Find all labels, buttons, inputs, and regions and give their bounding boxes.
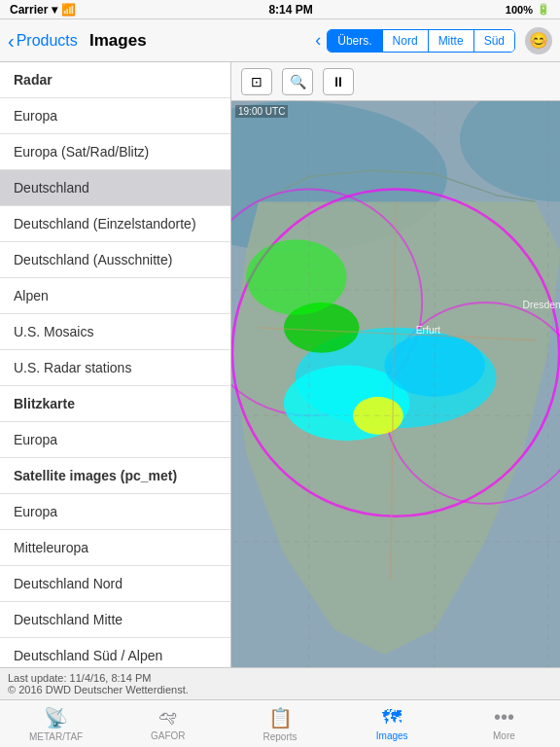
map-image: Erfurt Dresden 19:00 UTC	[231, 101, 560, 667]
toolbar: ⊡ 🔍 ⏸	[231, 62, 560, 101]
more-label: More	[493, 730, 515, 741]
sidebar-item-3[interactable]: Deutschland	[0, 170, 230, 206]
status-time: 8:14 PM	[268, 3, 312, 17]
status-left: Carrier ▾ 📶	[10, 3, 76, 17]
sidebar-item-1[interactable]: Europa	[0, 98, 230, 134]
gafor-label: GAFOR	[151, 730, 186, 741]
nav-chevron-left[interactable]: ‹	[315, 30, 321, 51]
update-line2: © 2016 DWD Deutscher Wetterdienst.	[8, 684, 552, 695]
battery-label: 100%	[506, 4, 533, 16]
zoom-button[interactable]: 🔍	[282, 68, 313, 95]
sidebar-item-14[interactable]: Deutschland Nord	[0, 566, 230, 602]
back-label: Products	[17, 32, 78, 50]
svg-point-10	[246, 239, 346, 315]
svg-text:Erfurt: Erfurt	[416, 325, 440, 336]
sidebar: RadarEuropaEuropa (Sat/Rad/Blitz)Deutsch…	[0, 62, 231, 667]
back-button[interactable]: ‹ Products	[8, 31, 86, 51]
status-right: 100% 🔋	[506, 3, 550, 16]
update-line1: Last update: 11/4/16, 8:14 PM	[8, 672, 552, 684]
nav-right-controls: ‹ Übers. Nord Mitte Süd 😊	[315, 27, 552, 54]
map-timestamp: 19:00 UTC	[235, 105, 288, 118]
segment-control: Übers. Nord Mitte Süd	[327, 29, 515, 53]
reports-label: Reports	[263, 731, 298, 742]
sidebar-item-9[interactable]: Blitzkarte	[0, 386, 230, 422]
nav-bar: ‹ Products Images ‹ Übers. Nord Mitte Sü…	[0, 19, 560, 62]
update-bar: Last update: 11/4/16, 8:14 PM © 2016 DWD…	[0, 667, 560, 699]
tab-more[interactable]: ••• More	[448, 702, 560, 745]
sidebar-item-8[interactable]: U.S. Radar stations	[0, 350, 230, 386]
fit-button[interactable]: ⊡	[241, 68, 272, 95]
main-content: RadarEuropaEuropa (Sat/Rad/Blitz)Deutsch…	[0, 62, 560, 667]
map-area[interactable]: Erfurt Dresden 19:00 UTC	[231, 101, 560, 667]
tab-bar: 📡 METAR/TAF 🛩 GAFOR 📋 Reports 🗺 Images •…	[0, 699, 560, 747]
seg-mitte[interactable]: Mitte	[429, 30, 474, 52]
wifi-icon: 📶	[61, 3, 76, 17]
right-panel: ⊡ 🔍 ⏸	[231, 62, 560, 667]
sidebar-item-4[interactable]: Deutschland (Einzelstandorte)	[0, 206, 230, 242]
sidebar-item-6[interactable]: Alpen	[0, 278, 230, 314]
signal-icon: ▾	[52, 3, 57, 17]
sidebar-item-10[interactable]: Europa	[0, 422, 230, 458]
images-icon: 🗺	[382, 706, 402, 729]
tab-reports[interactable]: 📋 Reports	[224, 702, 335, 746]
sidebar-item-16[interactable]: Deutschland Süd / Alpen	[0, 638, 230, 667]
seg-sud[interactable]: Süd	[474, 30, 514, 52]
battery-icon: 🔋	[537, 3, 550, 16]
sidebar-item-5[interactable]: Deutschland (Ausschnitte)	[0, 242, 230, 278]
tab-gafor[interactable]: 🛩 GAFOR	[112, 702, 224, 745]
sidebar-item-0[interactable]: Radar	[0, 62, 230, 98]
back-arrow-icon: ‹	[8, 31, 15, 51]
tab-images[interactable]: 🗺 Images	[336, 702, 448, 745]
user-avatar[interactable]: 😊	[525, 27, 552, 54]
svg-text:Dresden: Dresden	[523, 300, 560, 310]
pause-button[interactable]: ⏸	[323, 68, 354, 95]
sidebar-item-2[interactable]: Europa (Sat/Rad/Blitz)	[0, 134, 230, 170]
status-bar: Carrier ▾ 📶 8:14 PM 100% 🔋	[0, 0, 560, 19]
seg-ubers[interactable]: Übers.	[328, 30, 382, 52]
sidebar-item-11[interactable]: Satellite images (pc_met)	[0, 458, 230, 494]
more-icon: •••	[494, 706, 514, 729]
reports-icon: 📋	[268, 706, 293, 729]
sidebar-item-7[interactable]: U.S. Mosaics	[0, 314, 230, 350]
sidebar-item-12[interactable]: Europa	[0, 494, 230, 530]
sidebar-item-13[interactable]: Mitteleuropa	[0, 530, 230, 566]
nav-title: Images	[89, 31, 147, 51]
metar-label: METAR/TAF	[29, 731, 83, 742]
tab-metar-taf[interactable]: 📡 METAR/TAF	[0, 702, 112, 746]
sidebar-item-15[interactable]: Deutschland Mitte	[0, 602, 230, 638]
metar-icon: 📡	[44, 706, 68, 729]
gafor-icon: 🛩	[158, 706, 178, 729]
seg-nord[interactable]: Nord	[383, 30, 429, 52]
carrier-label: Carrier	[10, 3, 48, 17]
images-label: Images	[376, 730, 408, 741]
